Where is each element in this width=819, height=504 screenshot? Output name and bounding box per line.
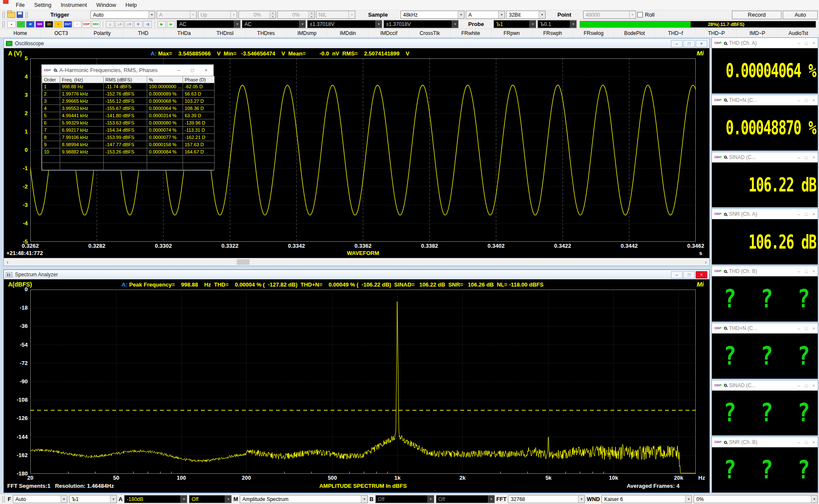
tab-thdnsl[interactable]: THDnsl xyxy=(205,29,246,37)
maximize-button[interactable]: □ xyxy=(805,211,808,217)
ddp-viewer-icon[interactable]: DDP xyxy=(82,21,91,28)
trigger-reject-select[interactable]: NIL▾ xyxy=(316,11,355,19)
tab-imddin[interactable]: IMDdin xyxy=(328,29,369,37)
record-button[interactable]: Record xyxy=(732,11,781,19)
meter-titlebar[interactable]: DDPSINAD (C...–□× xyxy=(712,152,818,162)
meter-titlebar[interactable]: DDPTHD+N (C...–□× xyxy=(712,95,818,105)
close-button[interactable]: × xyxy=(696,40,707,47)
close-button[interactable]: × xyxy=(813,440,815,445)
frequency-mode-select[interactable]: Auto▾ xyxy=(13,495,67,503)
menu-window[interactable]: Window xyxy=(92,1,121,9)
meter-titlebar[interactable]: DDPTHD+N (C...–□× xyxy=(712,323,818,333)
range-a-select[interactable]: ±1.37018V▾ xyxy=(307,20,382,28)
tab-frwhite[interactable]: FRwhite xyxy=(450,29,491,37)
toolbar-grip[interactable] xyxy=(26,12,28,18)
close-button[interactable]: × xyxy=(813,211,815,217)
minimize-button[interactable]: – xyxy=(798,383,800,388)
meter-titlebar[interactable]: DDPSINAD (C...–□× xyxy=(712,380,818,391)
close-button[interactable]: × xyxy=(696,271,707,278)
scroll-right-arrow[interactable]: › xyxy=(702,258,709,266)
sample-channel-select[interactable]: A▾ xyxy=(466,11,505,19)
reference-b-icon[interactable]: ⊥B xyxy=(125,21,133,28)
spectrum-analyzer-icon[interactable]: ıll xyxy=(26,21,35,28)
tab-frswph[interactable]: FRswph xyxy=(532,29,573,37)
device-test-plan-icon[interactable]: DUT xyxy=(64,21,72,28)
minimize-button[interactable]: – xyxy=(798,211,800,217)
maximize-button[interactable]: □ xyxy=(805,383,808,388)
tab-imdsmp[interactable]: IMDsmp xyxy=(287,29,328,37)
menu-file[interactable]: File xyxy=(11,1,29,9)
overlay-b-select[interactable]: Off▾ xyxy=(436,495,495,503)
record-icon[interactable]: ● xyxy=(7,21,16,28)
maximize-button[interactable]: □ xyxy=(187,67,197,73)
harmonic-row[interactable]: 98.98994 kHz-147.77 dBFS0.0000158 %157.6… xyxy=(42,141,215,148)
oscilloscope-titlebar[interactable]: Oscilloscope – □ × xyxy=(4,39,709,48)
minimize-button[interactable]: – xyxy=(174,67,184,73)
menu-instrument[interactable]: Instrument xyxy=(56,1,91,9)
spinner-arrows[interactable]: ▴▾ xyxy=(308,11,314,18)
maximize-button[interactable]: □ xyxy=(805,326,808,331)
harmonic-row[interactable]: 65.99329 kHz-153.63 dBFS0.0000080 %-139.… xyxy=(42,119,215,127)
scroll-left-arrow[interactable]: ‹ xyxy=(4,258,11,266)
zoom-icon[interactable]: ⊙ xyxy=(134,21,142,28)
harmonic-row[interactable]: 109.98882 kHz-153.26 dBFS0.0000084 %164.… xyxy=(42,148,215,156)
toolbar-grip[interactable] xyxy=(3,21,5,28)
close-button[interactable]: × xyxy=(201,67,211,73)
tab-thd-f[interactable]: THD~f xyxy=(655,29,696,37)
harmonic-row[interactable]: 21.99776 kHz-152.76 dBFS0.0000089 %56.63… xyxy=(42,90,215,98)
meter-titlebar[interactable]: DDPTHD (Ch. A)–□× xyxy=(712,38,818,48)
tab-audiotst[interactable]: AudioTst xyxy=(778,29,819,37)
range-b-select[interactable]: Off▾ xyxy=(375,495,434,503)
maximize-button[interactable]: □ xyxy=(805,440,808,445)
scroll-thumb[interactable] xyxy=(237,259,250,265)
minimize-button[interactable]: – xyxy=(798,155,800,160)
toolbar-grip[interactable] xyxy=(3,496,5,503)
window-function-select[interactable]: Kaiser 6▾ xyxy=(601,495,692,503)
spectrum-titlebar[interactable]: Spectrum Analyzer – □ × xyxy=(4,270,709,279)
checkbox-box[interactable] xyxy=(637,12,643,17)
tab-polarity[interactable]: Polarity xyxy=(82,29,123,37)
maximize-button[interactable]: □ xyxy=(805,155,808,160)
menu-setting[interactable]: Setting xyxy=(29,1,56,9)
menu-help[interactable]: Help xyxy=(121,1,142,9)
close-button[interactable]: × xyxy=(813,98,815,103)
spectrum-plot[interactable]: A(dBFS) A:Peak Frequency= 998.88 Hz THD=… xyxy=(4,279,709,492)
auto-scale-button[interactable]: Auto xyxy=(783,11,818,19)
harmonic-row[interactable]: 32.99665 kHz-155.12 dBFS0.0000068 %103.2… xyxy=(42,98,215,105)
multimeter-icon[interactable]: 000 xyxy=(35,21,44,28)
minimize-button[interactable]: – xyxy=(798,41,800,46)
close-button[interactable]: × xyxy=(813,269,815,274)
probe-a-select[interactable]: Ъ1▾ xyxy=(494,20,536,28)
close-button[interactable]: × xyxy=(813,41,815,46)
tab-imd-p[interactable]: IMD~P xyxy=(737,29,778,37)
points-select[interactable]: 48000▾ xyxy=(583,11,636,19)
fft-size-select[interactable]: 32768▾ xyxy=(508,495,585,503)
probe-select[interactable]: Ъ1▾ xyxy=(69,495,117,503)
reference-a-icon[interactable]: ⊥A xyxy=(115,21,124,28)
waveform-plot[interactable]: A (V) A:Max= 3.545885066 V Min= -3.54665… xyxy=(4,48,709,258)
oscilloscope-icon[interactable]: ~ xyxy=(17,21,25,28)
bit-depth-select[interactable]: 32Bit▾ xyxy=(506,11,546,19)
sample-rate-select[interactable]: 48kHz▾ xyxy=(401,11,465,19)
trigger-delay-spinner[interactable]: 0%▴▾ xyxy=(277,11,315,19)
minimize-button[interactable]: – xyxy=(798,326,800,331)
coupling-a-select[interactable]: AC▾ xyxy=(177,20,241,28)
harmonic-row[interactable]: 54.99441 kHz-141.80 dBFS0.0000314 %63.39… xyxy=(42,112,215,119)
trigger-level-spinner[interactable]: 0%▴▾ xyxy=(238,11,276,19)
meter-titlebar[interactable]: DDPTHD (Ch. B)–□× xyxy=(712,266,818,276)
maximize-button[interactable]: □ xyxy=(683,40,695,47)
harmonic-row[interactable]: 87.99106 kHz-153.99 dBFS0.0000077 %-162.… xyxy=(42,134,215,141)
close-button[interactable]: × xyxy=(813,155,815,160)
open-file-icon[interactable] xyxy=(7,12,15,18)
tab-home[interactable]: Home xyxy=(0,29,41,37)
tab-thd[interactable]: THD xyxy=(123,29,164,37)
harmonic-row[interactable]: 76.99217 kHz-154.34 dBFS0.0000074 %-113.… xyxy=(42,127,215,134)
tab-thd-p[interactable]: THD~P xyxy=(696,29,737,37)
sound-device-icon[interactable]: ◁) xyxy=(143,21,152,28)
minimize-button[interactable]: – xyxy=(798,98,800,103)
save-file-icon[interactable] xyxy=(17,12,23,18)
minimize-button[interactable]: – xyxy=(798,269,800,274)
maximize-button[interactable]: □ xyxy=(683,271,695,278)
ddc-icon[interactable]: DDC xyxy=(92,21,100,28)
coupling-b-select[interactable]: AC▾ xyxy=(242,20,306,28)
